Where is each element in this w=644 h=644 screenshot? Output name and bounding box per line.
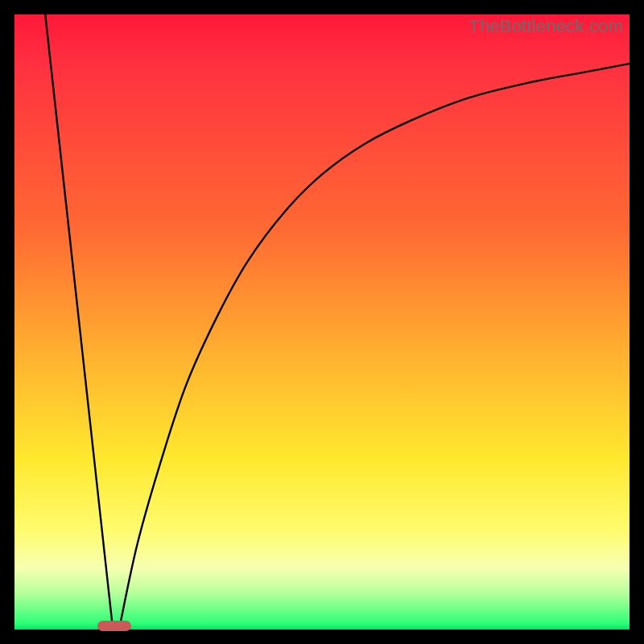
plot-area: TheBottleneck.com	[14, 14, 630, 630]
right-rising-curve	[119, 64, 630, 630]
chart-frame: TheBottleneck.com	[0, 0, 644, 644]
left-descending-line	[45, 14, 113, 630]
curve-layer	[14, 14, 630, 630]
minimum-marker	[97, 621, 131, 631]
